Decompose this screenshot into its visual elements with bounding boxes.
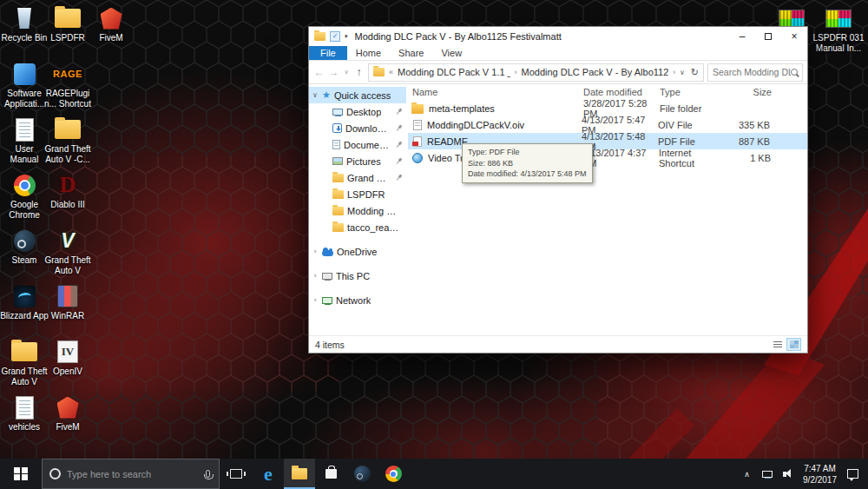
- sidebar-item-network[interactable]: › Network: [309, 292, 406, 308]
- folder-icon: [332, 207, 344, 215]
- this-pc-icon: [322, 273, 332, 280]
- tab-home[interactable]: Home: [347, 46, 390, 60]
- folder-icon: [55, 9, 81, 28]
- desktop-icon-steam[interactable]: Steam: [0, 226, 49, 281]
- desktop-icon-openiv[interactable]: IV OpenIV: [43, 337, 92, 393]
- sidebar-item-pictures[interactable]: Pictures: [309, 153, 406, 169]
- column-header-size[interactable]: Size: [729, 87, 777, 97]
- maximize-button[interactable]: [755, 27, 781, 46]
- taskbar-search-input[interactable]: [67, 469, 200, 479]
- desktop-icon-label: User Manual: [0, 144, 49, 164]
- volume-tray-button[interactable]: [777, 459, 797, 489]
- sidebar-item-tacco-readme[interactable]: tacco_readme: [309, 219, 406, 235]
- breadcrumb-segment-current[interactable]: Modding DLC Pack V - By Albo1125 Festiva…: [522, 67, 668, 77]
- sidebar-item-downloads[interactable]: Downloads: [309, 120, 406, 136]
- desktop-icon-fivem[interactable]: FiveM: [87, 3, 135, 59]
- task-view-button[interactable]: [220, 459, 253, 489]
- desktop-icon-lspdfr[interactable]: LSPDFR: [43, 3, 92, 59]
- back-button[interactable]: ←: [313, 66, 325, 78]
- chevron-right-icon[interactable]: ›: [312, 272, 319, 280]
- chevron-right-icon[interactable]: ›: [673, 68, 675, 76]
- desktop-icon-label: Software Applicati...: [0, 89, 49, 109]
- image-thumbnail-icon: [825, 10, 852, 28]
- forward-button[interactable]: →: [328, 66, 339, 78]
- file-tooltip: Type: PDF File Size: 886 KB Date modifie…: [462, 143, 593, 183]
- chrome-icon: [385, 466, 402, 482]
- desktop-icon-vehicles[interactable]: vehicles: [0, 393, 49, 448]
- column-header-name[interactable]: Name: [408, 87, 583, 97]
- tab-view[interactable]: View: [432, 46, 470, 60]
- desktop-icon-blizzard-app[interactable]: Blizzard App: [0, 281, 49, 337]
- sidebar-item-lspdfr[interactable]: LSPDFR: [309, 186, 406, 202]
- title-bar[interactable]: ✓ ▾ Modding DLC Pack V - By Albo1125 Fes…: [309, 27, 807, 46]
- desktop-icon-gtav-folder[interactable]: Grand Theft Auto V: [0, 337, 49, 393]
- network-tray-button[interactable]: [757, 459, 777, 489]
- chevron-right-icon[interactable]: ›: [312, 296, 319, 304]
- desktop-icon-diablo-3[interactable]: D Diablo III: [43, 170, 92, 226]
- breadcrumb-segment-parent[interactable]: Modding DLC Pack V 1.1 _ By Albo...: [398, 67, 510, 77]
- file-list: Name Date modified Type Size meta-templa…: [406, 84, 807, 335]
- cortana-icon: [49, 468, 61, 479]
- search-box[interactable]: [707, 63, 803, 82]
- pin-icon: [393, 122, 404, 133]
- chevron-right-icon[interactable]: ›: [515, 68, 517, 76]
- desktop-icon-lspdfr-manual[interactable]: LSPDFR 031 Manual In...: [812, 3, 865, 59]
- gtav-icon: V: [61, 229, 74, 253]
- tab-file[interactable]: File: [309, 46, 347, 60]
- taskbar-edge[interactable]: e: [253, 459, 284, 489]
- sidebar-item-modding-dlc-pack[interactable]: Modding DLC Pack V: [309, 202, 406, 219]
- breadcrumb-overflow-icon[interactable]: «: [389, 68, 393, 76]
- openiv-icon: IV: [57, 340, 78, 363]
- sidebar-item-desktop[interactable]: Desktop: [309, 103, 406, 120]
- desktop-icon-gtav-game[interactable]: V Grand Theft Auto V: [43, 226, 92, 281]
- start-button[interactable]: [0, 459, 42, 489]
- action-center-button[interactable]: [843, 459, 863, 489]
- desktop-icon-fivem-2[interactable]: FiveM: [43, 393, 92, 448]
- sidebar-item-documents[interactable]: Documents: [309, 136, 406, 153]
- windows-logo-icon: [14, 467, 28, 481]
- desktop-icon-recycle-bin[interactable]: Recycle Bin: [0, 3, 49, 59]
- file-explorer-icon: [292, 468, 307, 479]
- address-dropdown-icon[interactable]: ∨: [680, 69, 685, 76]
- sidebar-item-this-pc[interactable]: › This PC: [309, 268, 406, 284]
- minimize-button[interactable]: –: [729, 27, 755, 46]
- sidebar-item-quick-access[interactable]: ∨ ★ Quick access: [309, 87, 406, 103]
- sidebar-item-onedrive[interactable]: › OneDrive: [309, 243, 406, 260]
- refresh-icon[interactable]: ↻: [691, 67, 699, 78]
- quick-access-toolbar-properties-icon[interactable]: ✓: [330, 31, 340, 42]
- taskbar-store[interactable]: [315, 459, 346, 489]
- up-button[interactable]: ↑: [353, 66, 365, 78]
- taskbar-chrome[interactable]: [378, 459, 409, 489]
- details-view-button[interactable]: [770, 338, 785, 351]
- sidebar-item-gtav[interactable]: Grand Theft Auto V: [309, 169, 406, 186]
- thumbnails-view-icon: [790, 340, 799, 348]
- pictures-icon: [332, 157, 343, 165]
- address-bar-row: ← → ∨ ↑ « Modding DLC Pack V 1.1 _ By Al…: [309, 61, 807, 84]
- microphone-icon[interactable]: [206, 470, 210, 478]
- desktop-icon-user-manual[interactable]: User Manual: [0, 115, 49, 170]
- close-button[interactable]: ×: [781, 27, 807, 46]
- breadcrumb[interactable]: « Modding DLC Pack V 1.1 _ By Albo... › …: [368, 63, 704, 82]
- thumbnails-view-button[interactable]: [786, 338, 801, 351]
- taskbar-steam[interactable]: [346, 459, 378, 489]
- recent-locations-dropdown-icon[interactable]: ∨: [343, 69, 350, 76]
- search-input[interactable]: [713, 67, 791, 77]
- column-header-type[interactable]: Type: [660, 87, 729, 97]
- maximize-icon: [765, 33, 772, 40]
- chevron-down-icon[interactable]: ∨: [312, 91, 319, 99]
- taskbar-search-box[interactable]: [42, 459, 220, 489]
- chevron-right-icon[interactable]: ›: [312, 248, 319, 255]
- desktop-icon-rageplugin-shortcut[interactable]: RAGE RAGEPlugin... Shortcut: [43, 59, 92, 115]
- steam-icon: [14, 230, 36, 252]
- desktop-icon-gtav-copy-folder[interactable]: Grand Theft Auto V -C...: [43, 115, 92, 170]
- quick-access-toolbar-caret-icon[interactable]: ▾: [345, 33, 348, 40]
- desktop-icon-label: FiveM: [87, 33, 135, 43]
- tab-share[interactable]: Share: [390, 46, 432, 60]
- desktop-icon-software-application[interactable]: Software Applicati...: [0, 59, 49, 115]
- desktop-icon-google-chrome[interactable]: Google Chrome: [0, 170, 49, 226]
- column-header-date-modified[interactable]: Date modified: [583, 87, 660, 97]
- tray-overflow-button[interactable]: ∧: [737, 459, 757, 489]
- taskbar-clock[interactable]: 7:47 AM 9/2/2017: [797, 463, 843, 486]
- taskbar-file-explorer[interactable]: [284, 459, 315, 489]
- desktop-icon-winrar[interactable]: WinRAR: [43, 281, 92, 337]
